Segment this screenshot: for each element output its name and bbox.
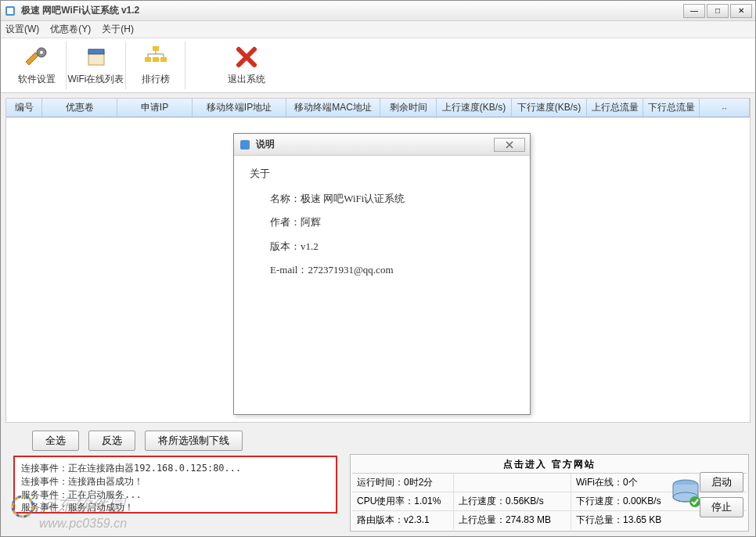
svg-rect-8 — [153, 57, 159, 62]
svg-rect-14 — [240, 140, 250, 150]
name-value: 极速 网吧WiFi认证系统 — [301, 193, 405, 204]
svg-point-17 — [689, 496, 700, 507]
wifi-online-label: WiFi在线： — [576, 477, 623, 488]
col-up-speed[interactable]: 上行速度(KB/s) — [437, 99, 512, 117]
svg-point-3 — [40, 51, 43, 54]
titlebar: 极速 网吧WiFi认证系统 v1.2 — □ ✕ — [1, 1, 755, 21]
down-total-label: 下行总量： — [576, 514, 623, 525]
col-mobile-ip[interactable]: 移动终端IP地址 — [193, 99, 286, 117]
wrench-icon — [24, 45, 49, 70]
up-total-value: 274.83 MB — [506, 514, 551, 525]
down-total-value: 13.65 KB — [623, 514, 661, 525]
start-button[interactable]: 启动 — [700, 472, 743, 492]
toolbar-ranking[interactable]: 排行榜 — [126, 41, 185, 89]
x-icon — [234, 45, 259, 70]
dialog-titlebar: 说明 — [234, 134, 530, 156]
runtime-label: 运行时间： — [357, 477, 404, 488]
select-all-button[interactable]: 全选 — [32, 431, 79, 451]
up-total-label: 上行总量： — [459, 514, 506, 525]
log-line: 连接事件：连接路由器成功！ — [21, 475, 329, 488]
dialog-close-button[interactable] — [494, 138, 525, 152]
email-label: E-mail： — [270, 264, 308, 276]
menu-settings[interactable]: 设置(W) — [5, 23, 39, 36]
log-line: 服务事件：服务启动成功！ — [21, 501, 329, 514]
router-ver-value: v2.3.1 — [404, 514, 430, 525]
name-label: 名称： — [270, 193, 301, 204]
down-speed-label: 下行速度： — [576, 496, 623, 506]
svg-rect-6 — [153, 46, 159, 51]
menu-about[interactable]: 关于(H) — [102, 23, 134, 36]
cpu-value: 1.01% — [414, 496, 441, 506]
email-value: 272371931@qq.com — [308, 264, 393, 276]
toolbar-wifi-list-label: WiFi在线列表 — [68, 73, 124, 86]
close-button[interactable]: ✕ — [730, 4, 752, 18]
toolbar: 软件设置 WiFi在线列表 排行榜 退出系统 — [1, 38, 755, 93]
official-site-link[interactable]: 点击进入 官方网站 — [352, 456, 747, 474]
dialog-title: 说明 — [256, 138, 494, 151]
author-label: 作者： — [270, 216, 301, 228]
dialog-body: 关于 名称：极速 网吧WiFi认证系统 作者：阿辉 版本：v1.2 E-mail… — [234, 156, 530, 297]
status-panel: 点击进入 官方网站 运行时间：0时2分 WiFi在线：0个 CPU使用率：1.0… — [350, 454, 749, 532]
router-ver-label: 路由版本： — [357, 514, 404, 525]
col-coupon[interactable]: 优惠卷 — [42, 99, 117, 117]
main-window: 极速 网吧WiFi认证系统 v1.2 — □ ✕ 设置(W) 优惠卷(Y) 关于… — [0, 0, 756, 537]
author-value: 阿辉 — [301, 216, 321, 228]
event-log: 连接事件：正在连接路由器192.168.0.125:80... 连接事件：连接路… — [13, 456, 337, 514]
toolbar-exit[interactable]: 退出系统 — [217, 41, 276, 89]
about-section: 关于 — [250, 167, 514, 181]
action-row: 全选 反选 将所选强制下线 — [1, 427, 755, 454]
close-icon — [503, 141, 516, 149]
toolbar-settings-label: 软件设置 — [18, 73, 56, 86]
version-value: v1.2 — [301, 240, 319, 252]
col-apply-ip[interactable]: 申请IP — [117, 99, 193, 117]
footer: 连接事件：正在连接路由器192.168.0.125:80... 连接事件：连接路… — [1, 454, 755, 536]
col-no[interactable]: 编号 — [6, 99, 42, 117]
log-line: 服务事件：正在启动服务... — [21, 488, 329, 502]
down-speed-value: 0.00KB/s — [623, 496, 661, 506]
hierarchy-icon — [143, 45, 168, 70]
runtime-value: 0时2分 — [404, 477, 433, 488]
window-title: 极速 网吧WiFi认证系统 v1.2 — [21, 4, 683, 17]
version-label: 版本： — [270, 240, 301, 252]
data-table: 编号 优惠卷 申请IP 移动终端IP地址 移动终端MAC地址 剩余时间 上行速度… — [5, 98, 751, 423]
about-dialog: 说明 关于 名称：极速 网吧WiFi认证系统 作者：阿辉 版本：v1.2 E-m… — [233, 133, 531, 415]
cpu-label: CPU使用率： — [357, 496, 414, 506]
toolbar-ranking-label: 排行榜 — [142, 73, 170, 86]
svg-rect-7 — [145, 57, 151, 62]
up-speed-label: 上行速度： — [459, 496, 506, 506]
stop-button[interactable]: 停止 — [700, 497, 743, 517]
toolbar-wifi-list[interactable]: WiFi在线列表 — [67, 41, 126, 89]
col-remain[interactable]: 剩余时间 — [380, 99, 437, 117]
toolbar-settings[interactable]: 软件设置 — [7, 41, 67, 89]
log-line: 连接事件：正在连接路由器192.168.0.125:80... — [21, 462, 329, 475]
package-icon — [84, 45, 109, 70]
wifi-online-value: 0个 — [623, 477, 638, 488]
dialog-icon — [239, 139, 251, 151]
up-speed-value: 0.56KB/s — [506, 496, 544, 506]
table-header: 编号 优惠卷 申请IP 移动终端IP地址 移动终端MAC地址 剩余时间 上行速度… — [6, 99, 750, 117]
toolbar-exit-label: 退出系统 — [228, 73, 265, 86]
menubar: 设置(W) 优惠卷(Y) 关于(H) — [1, 21, 755, 38]
database-icon — [670, 477, 701, 508]
maximize-button[interactable]: □ — [707, 4, 729, 18]
invert-selection-button[interactable]: 反选 — [88, 431, 135, 451]
col-down-speed[interactable]: 下行速度(KB/s) — [512, 99, 587, 117]
minimize-button[interactable]: — — [683, 4, 705, 18]
app-icon — [4, 5, 16, 17]
svg-rect-5 — [88, 49, 104, 54]
force-offline-button[interactable]: 将所选强制下线 — [145, 431, 243, 451]
menu-coupon[interactable]: 优惠卷(Y) — [50, 23, 91, 36]
col-down-total[interactable]: 下行总流量 — [643, 99, 700, 117]
svg-rect-9 — [160, 57, 167, 62]
svg-rect-1 — [7, 8, 13, 14]
col-mobile-mac[interactable]: 移动终端MAC地址 — [286, 99, 380, 117]
col-more[interactable]: ·· — [700, 99, 750, 117]
col-up-total[interactable]: 上行总流量 — [587, 99, 643, 117]
